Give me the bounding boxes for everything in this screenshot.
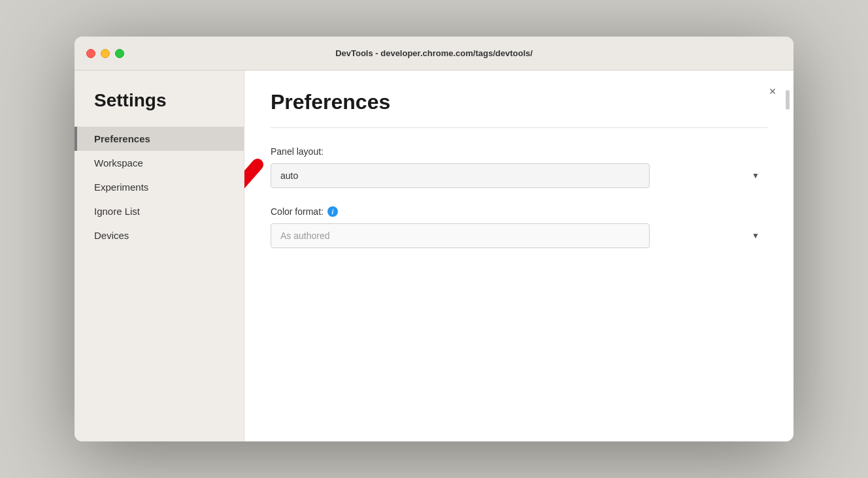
sidebar-item-experiments[interactable]: Experiments bbox=[75, 175, 244, 199]
sidebar-item-preferences[interactable]: Preferences bbox=[75, 127, 244, 151]
window-wrapper: DevTools - developer.chrome.com/tags/dev… bbox=[75, 37, 793, 441]
color-format-select[interactable]: As authored HEX RGB HSL bbox=[271, 223, 650, 248]
sidebar: Settings Preferences Workspace Experimen… bbox=[75, 71, 244, 441]
panel-layout-select-wrapper: auto horizontal vertical ▼ bbox=[271, 163, 767, 188]
panel-layout-chevron-icon: ▼ bbox=[752, 171, 760, 180]
traffic-lights bbox=[86, 49, 124, 58]
content-area: Settings Preferences Workspace Experimen… bbox=[75, 71, 793, 441]
titlebar: DevTools - developer.chrome.com/tags/dev… bbox=[75, 37, 793, 71]
color-format-chevron-icon: ▼ bbox=[752, 231, 760, 240]
sidebar-item-devices[interactable]: Devices bbox=[75, 223, 244, 247]
color-format-info-icon[interactable]: i bbox=[327, 206, 338, 217]
scrollbar-track[interactable] bbox=[786, 90, 790, 221]
window: DevTools - developer.chrome.com/tags/dev… bbox=[75, 37, 793, 441]
svg-line-0 bbox=[244, 165, 258, 217]
close-button[interactable]: × bbox=[765, 84, 780, 99]
panel-layout-select[interactable]: auto horizontal vertical bbox=[271, 163, 650, 188]
minimize-traffic-light[interactable] bbox=[101, 49, 110, 58]
sidebar-item-workspace[interactable]: Workspace bbox=[75, 151, 244, 175]
panel-layout-label: Panel layout: bbox=[271, 146, 767, 157]
sidebar-item-ignore-list[interactable]: Ignore List bbox=[75, 199, 244, 223]
scrollbar-thumb bbox=[786, 90, 790, 110]
panel-divider bbox=[271, 127, 767, 128]
close-traffic-light[interactable] bbox=[86, 49, 95, 58]
main-panel: × Preferences Panel layout: auto horizon… bbox=[244, 71, 793, 441]
color-format-select-wrapper: As authored HEX RGB HSL ▼ bbox=[271, 223, 767, 248]
maximize-traffic-light[interactable] bbox=[115, 49, 124, 58]
panel-title: Preferences bbox=[271, 90, 767, 114]
color-format-label: Color format: i bbox=[271, 206, 767, 217]
settings-heading: Settings bbox=[75, 90, 244, 127]
window-title: DevTools - developer.chrome.com/tags/dev… bbox=[335, 48, 533, 58]
